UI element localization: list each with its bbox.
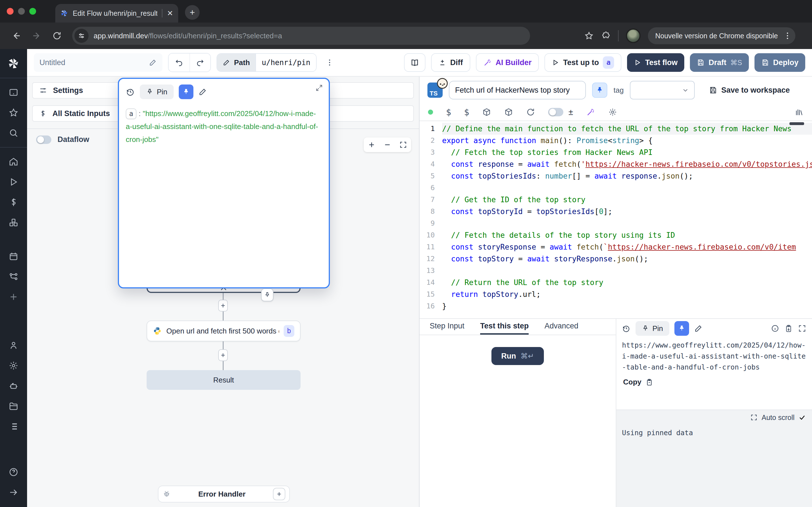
test-flow-button[interactable]: Test flow <box>627 53 684 72</box>
expand-popup-icon[interactable] <box>315 84 323 92</box>
fullscreen-icon[interactable] <box>798 324 806 333</box>
extensions-icon[interactable] <box>601 31 611 41</box>
flow-node-error-handler[interactable]: Error Handler <box>158 486 290 503</box>
sidebar-expand-icon[interactable] <box>0 482 27 503</box>
flow-node-b[interactable]: Open url and fetch first 500 words of ..… <box>147 321 301 341</box>
sidebar-item-folders[interactable] <box>0 396 27 416</box>
sidebar-item-resources[interactable] <box>0 212 27 233</box>
diff-icon <box>439 59 446 66</box>
redo-button[interactable] <box>190 54 210 71</box>
test-up-to-button[interactable]: Test up to a <box>545 53 621 72</box>
sidebar-item-runs[interactable] <box>0 172 27 192</box>
browser-tab-bar: Edit Flow u/henri/pin_results ✕ + <box>0 0 812 22</box>
save-to-workspace-button[interactable]: Save to workspace <box>709 86 790 95</box>
sidebar-item-workers[interactable] <box>0 376 27 396</box>
argument-value: "https://www.geoffreylitt.com/2025/04/12… <box>126 109 318 144</box>
edit-pencil-icon[interactable] <box>694 324 703 333</box>
sidebar-item-users[interactable] <box>0 335 27 355</box>
sidebar-item-help[interactable] <box>0 462 27 482</box>
auto-scroll-label[interactable]: Auto scroll <box>762 413 795 421</box>
dataflow-label: Dataflow <box>57 135 89 144</box>
sidebar-item-apps[interactable] <box>0 82 27 103</box>
node-pin-badge[interactable] <box>261 288 273 301</box>
insert-step-button[interactable] <box>218 300 228 312</box>
ai-assistant-icon[interactable] <box>586 108 595 117</box>
tag-select[interactable] <box>630 81 695 100</box>
package-icon[interactable] <box>482 108 491 117</box>
diff-mode-toggle[interactable] <box>548 108 563 116</box>
sidebar-item-variables[interactable] <box>0 192 27 212</box>
flow-node-result[interactable]: Result <box>147 370 301 390</box>
tab-step-input[interactable]: Step Input <box>430 319 464 335</box>
edit-pencil-icon[interactable] <box>199 88 207 96</box>
sidebar-item-home[interactable] <box>0 152 27 172</box>
pin-button[interactable]: Pin <box>140 84 174 99</box>
reload-icon[interactable] <box>49 27 65 44</box>
screen: Edit Flow u/henri/pin_results ✕ + app.wi… <box>0 0 812 507</box>
pin-active-button[interactable] <box>674 321 689 336</box>
site-settings-icon[interactable] <box>74 29 89 43</box>
undo-button[interactable] <box>168 54 190 71</box>
sidebar-item-settings[interactable] <box>0 355 27 376</box>
forward-icon[interactable] <box>28 27 45 44</box>
sidebar-item-search[interactable] <box>0 123 27 143</box>
windmill-logo[interactable] <box>0 54 27 74</box>
minimize-window-button[interactable] <box>18 8 25 15</box>
add-error-handler-button[interactable] <box>273 488 285 500</box>
zoom-in-icon[interactable] <box>364 137 379 152</box>
package-icon[interactable] <box>504 108 513 117</box>
close-window-button[interactable] <box>7 8 13 15</box>
library-icon[interactable] <box>795 108 804 117</box>
clipboard-paste-icon[interactable] <box>784 324 793 333</box>
profile-avatar[interactable] <box>626 29 641 43</box>
new-tab-button[interactable]: + <box>185 5 200 20</box>
more-options-icon[interactable] <box>322 54 337 71</box>
edit-name-pencil-icon[interactable] <box>149 59 157 66</box>
zoom-out-icon[interactable] <box>379 137 395 152</box>
history-icon[interactable] <box>622 324 630 333</box>
dataflow-toggle[interactable] <box>36 135 51 144</box>
pin-button[interactable]: Pin <box>636 321 669 336</box>
pin-active-button[interactable] <box>179 84 193 99</box>
step-title-input[interactable] <box>449 81 586 100</box>
deploy-button[interactable]: Deploy <box>755 53 805 72</box>
url-text: app.windmill.dev/flows/edit/u/henri/pin_… <box>94 32 282 40</box>
path-field[interactable]: Path u/henri/pin <box>216 53 317 72</box>
flow-name-field[interactable]: Untitled <box>34 53 162 72</box>
code-editor[interactable]: 12345678910111213141516 // Define the ma… <box>419 121 812 318</box>
reload-script-icon[interactable] <box>526 108 535 117</box>
draft-button[interactable]: Draft ⌘S <box>690 53 749 72</box>
sidebar-item-audit-logs[interactable] <box>0 416 27 437</box>
editor-scrollbar[interactable] <box>790 122 804 125</box>
sidebar-item-triggers[interactable] <box>0 267 27 287</box>
editor-settings-gear-icon[interactable] <box>608 108 617 117</box>
copy-button[interactable]: Copy <box>616 373 812 392</box>
tab-advanced[interactable]: Advanced <box>545 319 578 335</box>
expand-logs-icon[interactable] <box>750 414 758 421</box>
bookmark-star-icon[interactable] <box>584 31 594 41</box>
zoom-window-button[interactable] <box>29 8 36 15</box>
chrome-update-button[interactable]: Nouvelle version de Chrome disponible <box>648 27 795 44</box>
fit-view-icon[interactable] <box>395 137 411 152</box>
variables-icon[interactable]: $ <box>446 107 451 117</box>
back-icon[interactable] <box>8 27 25 44</box>
browser-tab[interactable]: Edit Flow u/henri/pin_results ✕ <box>55 4 178 22</box>
insert-step-button[interactable] <box>218 349 228 361</box>
variables-icon[interactable]: $ <box>464 107 469 117</box>
info-icon[interactable] <box>771 324 779 333</box>
tab-test-this-step[interactable]: Test this step <box>480 319 529 335</box>
step-pin-active-button[interactable] <box>592 82 607 98</box>
ai-builder-button[interactable]: AI Builder <box>476 53 539 72</box>
sidebar-item-add[interactable] <box>0 287 27 307</box>
dollar-icon <box>39 110 47 117</box>
docs-button[interactable] <box>404 53 425 72</box>
history-icon[interactable] <box>126 87 135 96</box>
sidebar-item-schedules[interactable] <box>0 246 27 267</box>
step-editor-panel: TS tag Save to workspac <box>419 76 812 507</box>
browser-menu-icon[interactable] <box>783 31 792 40</box>
tab-close-icon[interactable]: ✕ <box>167 10 173 17</box>
sidebar-item-favorites[interactable] <box>0 103 27 123</box>
run-button[interactable]: Run ⌘↵ <box>492 347 544 365</box>
diff-button[interactable]: Diff <box>431 53 470 72</box>
address-bar[interactable]: app.windmill.dev/flows/edit/u/henri/pin_… <box>72 27 530 45</box>
